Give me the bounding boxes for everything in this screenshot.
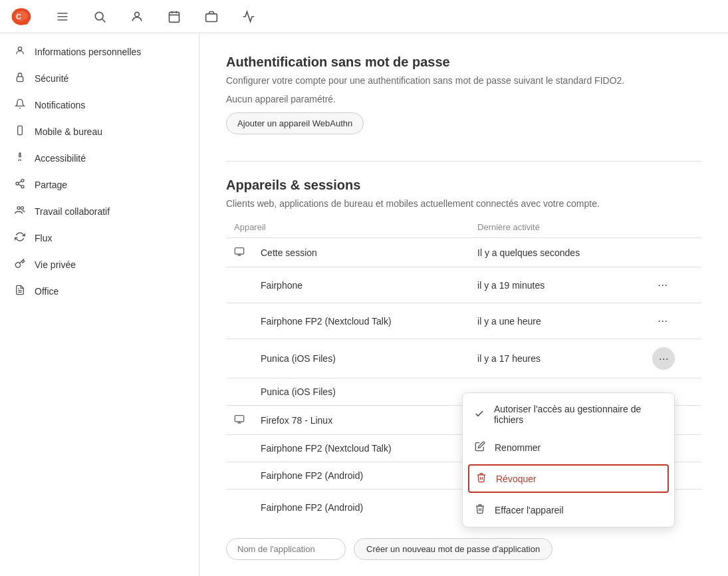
svg-point-3	[23, 19, 28, 25]
activity-nav-icon[interactable]	[237, 5, 261, 29]
table-row: Punica (iOS Files) il y a 17 heures ···	[226, 339, 701, 378]
device-name: Punica (iOS Files)	[253, 339, 469, 378]
sidebar-item-office[interactable]: Office	[0, 278, 199, 305]
context-allow-files-label: Autoriser l'accès au gestionnaire de fic…	[494, 404, 664, 425]
sidebar: Informations personnelles Sécurité Notif…	[0, 33, 199, 576]
device-activity: il y a 19 minutes	[469, 267, 644, 303]
svg-rect-26	[235, 248, 243, 254]
sidebar-label-accessibility: Accessibilité	[35, 153, 86, 164]
sidebar-label-collaborative: Travail collaboratif	[35, 206, 110, 217]
add-webauthn-button[interactable]: Ajouter un appareil WebAuthn	[226, 112, 364, 134]
context-wipe-label: Effacer l'appareil	[495, 505, 564, 515]
table-row: Fairphone il y a 19 minutes ···	[226, 267, 701, 303]
table-row: Fairphone FP2 (Nextcloud Talk) il y a un…	[226, 303, 701, 339]
context-menu-rename[interactable]: Renommer	[463, 433, 674, 462]
sidebar-label-personal-info: Informations personnelles	[35, 47, 141, 57]
lock-icon	[13, 72, 27, 85]
sidebar-item-security[interactable]: Sécurité	[0, 65, 199, 92]
sidebar-item-personal-info[interactable]: Informations personnelles	[0, 39, 199, 65]
sidebar-item-privacy[interactable]: Vie privée	[0, 251, 199, 278]
table-row: Cette session Il y a quelques secondes	[226, 238, 701, 267]
auth-description: Configurer votre compte pour une authent…	[226, 75, 701, 86]
layout: Informations personnelles Sécurité Notif…	[0, 33, 728, 576]
mobile-icon	[13, 125, 27, 138]
context-menu: Autoriser l'accès au gestionnaire de fic…	[462, 392, 675, 527]
collaborative-icon	[13, 205, 27, 218]
bell-icon	[13, 98, 27, 112]
svg-line-5	[102, 19, 106, 22]
search-nav-icon[interactable]	[88, 5, 112, 29]
trash-wipe-icon	[473, 504, 487, 516]
sidebar-item-accessibility[interactable]: Accessibilité	[0, 145, 199, 172]
sidebar-item-notifications[interactable]: Notifications	[0, 92, 199, 118]
device-more-button[interactable]: ···	[652, 311, 673, 331]
svg-point-12	[18, 47, 21, 51]
context-revoke-label: Révoquer	[496, 474, 537, 484]
sidebar-item-mobile-desktop[interactable]: Mobile & bureau	[0, 118, 199, 145]
sidebar-item-collaborative[interactable]: Travail collaboratif	[0, 198, 199, 225]
device-name: Fairphone FP2 (Nextcloud Talk)	[253, 435, 469, 462]
device-icon-cell	[226, 435, 253, 462]
svg-line-21	[19, 181, 22, 183]
person-icon	[13, 45, 27, 59]
device-icon-cell	[226, 339, 253, 378]
auth-note: Aucun appareil paramétré.	[226, 94, 701, 104]
device-name: Punica (iOS Files)	[253, 378, 469, 406]
device-icon-cell	[226, 238, 253, 267]
device-name: Fairphone	[253, 267, 469, 303]
svg-point-17	[21, 179, 24, 182]
svg-point-22	[17, 207, 20, 210]
sidebar-item-flux[interactable]: Flux	[0, 225, 199, 251]
svg-rect-13	[17, 76, 23, 81]
sidebar-label-mobile-desktop: Mobile & bureau	[35, 126, 102, 137]
context-menu-allow-files[interactable]: Autoriser l'accès au gestionnaire de fic…	[463, 396, 674, 433]
key-icon	[13, 258, 27, 271]
sidebar-label-notifications: Notifications	[35, 100, 85, 110]
auth-title: Authentification sans mot de passe	[226, 55, 701, 70]
col-activity: Dernière activité	[469, 217, 644, 238]
sidebar-label-office: Office	[35, 286, 59, 297]
files-nav-icon[interactable]	[51, 5, 74, 29]
calendar-nav-icon[interactable]	[162, 5, 186, 29]
devices-title: Appareils & sessions	[226, 178, 701, 193]
devices-description: Clients web, applications de bureau et m…	[226, 198, 701, 209]
device-activity: Il y a quelques secondes	[469, 238, 644, 267]
briefcase-nav-icon[interactable]	[199, 5, 223, 29]
device-activity: il y a une heure	[469, 303, 644, 339]
device-name: Firefox 78 - Linux	[253, 406, 469, 435]
main-content: Authentification sans mot de passe Confi…	[199, 33, 728, 576]
section-divider	[226, 161, 701, 162]
device-name: Fairphone FP2 (Android)	[253, 462, 469, 490]
device-name: Fairphone FP2 (Android)	[253, 490, 469, 525]
device-activity: il y a 17 heures	[469, 339, 644, 378]
device-icon-cell	[226, 303, 253, 339]
context-menu-wipe[interactable]: Effacer l'appareil	[463, 496, 674, 524]
app-name-input[interactable]	[226, 538, 346, 560]
device-icon-cell	[226, 267, 253, 303]
sidebar-label-privacy: Vie privée	[35, 259, 76, 270]
sidebar-label-security: Sécurité	[35, 73, 68, 84]
flux-icon	[13, 231, 27, 245]
create-app-password-button[interactable]: Créer un nouveau mot de passe d'applicat…	[354, 538, 552, 560]
share-icon	[13, 178, 27, 192]
device-icon-cell	[226, 462, 253, 490]
contacts-nav-icon[interactable]	[125, 5, 149, 29]
device-more-button[interactable]: ···	[652, 275, 673, 295]
checkmark-icon	[473, 408, 486, 421]
device-more-button-active[interactable]: ···	[652, 347, 675, 370]
logo[interactable]: C	[11, 6, 32, 27]
context-menu-revoke[interactable]: Révoquer	[468, 464, 669, 493]
auth-section: Authentification sans mot de passe Confi…	[226, 55, 701, 134]
svg-point-19	[21, 186, 24, 188]
sidebar-item-sharing[interactable]: Partage	[0, 172, 199, 198]
device-icon-cell	[226, 406, 253, 435]
topnav: C	[0, 0, 728, 33]
svg-text:C: C	[16, 13, 21, 21]
sidebar-label-flux: Flux	[35, 233, 52, 243]
col-device: Appareil	[226, 217, 469, 238]
pencil-icon	[473, 441, 487, 454]
device-icon-cell	[226, 378, 253, 406]
svg-line-20	[19, 184, 22, 186]
app-password-row: Créer un nouveau mot de passe d'applicat…	[226, 538, 701, 560]
svg-rect-14	[18, 126, 23, 134]
